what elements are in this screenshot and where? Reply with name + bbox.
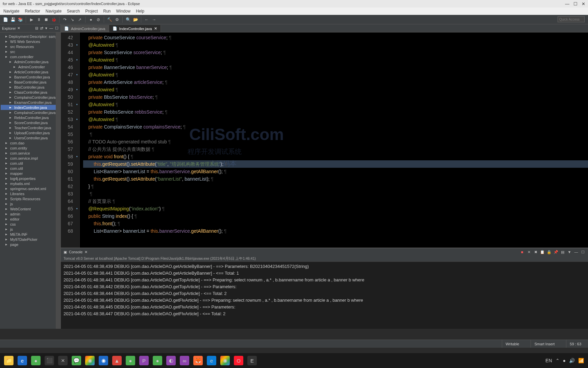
- taskbar-vs[interactable]: ∞: [180, 356, 189, 365]
- tree-item[interactable]: ▸mybatis.xml: [1, 181, 60, 186]
- tree-item[interactable]: ▸META-INF: [1, 232, 60, 237]
- code-line[interactable]: @Autowired ¶: [83, 116, 588, 123]
- line-gutter[interactable]: 4243444546474849505152535455565758596061…: [61, 32, 75, 248]
- taskbar-app-red1[interactable]: ▲: [112, 356, 122, 365]
- tree-item[interactable]: ▸js: [1, 227, 60, 232]
- code-line[interactable]: private CourseService courseService; ¶: [83, 34, 588, 41]
- stop-icon[interactable]: ⏹: [44, 17, 49, 22]
- explorer-tree[interactable]: ▸Deployment Descriptor: ssm_pxjgjwgl▸WS …: [0, 32, 60, 329]
- line-number[interactable]: 65: [61, 205, 73, 212]
- code-line[interactable]: @Autowired ¶: [83, 41, 588, 49]
- code-content[interactable]: private CourseService courseService; ¶ @…: [80, 32, 588, 248]
- code-line[interactable]: @Autowired ¶: [83, 56, 588, 64]
- line-number[interactable]: 66: [61, 212, 73, 220]
- remove-all-icon[interactable]: ✖: [533, 250, 538, 254]
- tree-item[interactable]: ▸UsersController.java: [1, 135, 60, 140]
- tree-item[interactable]: ▸My97DatePicker: [1, 237, 60, 242]
- display-selected-icon[interactable]: ▤: [560, 250, 565, 254]
- tree-item[interactable]: ▸mapper: [1, 171, 60, 176]
- taskbar-wechat[interactable]: 💬: [72, 356, 81, 365]
- tree-item[interactable]: ▸springmvc-servlet.xml: [1, 186, 60, 191]
- step-out-icon[interactable]: ↗: [77, 17, 82, 22]
- taskbar-file-explorer[interactable]: 📁: [4, 356, 14, 365]
- code-line[interactable]: private ArticleService articleService; ¶: [83, 78, 588, 86]
- code-line[interactable]: ¶: [83, 131, 588, 138]
- menu-search[interactable]: Search: [67, 9, 80, 14]
- tree-item[interactable]: ▸src Resources: [1, 44, 60, 49]
- line-number[interactable]: 57: [61, 145, 73, 153]
- menu-refactor[interactable]: Refactor: [25, 9, 40, 14]
- code-line[interactable]: @RequestMapping("index.action") ¶: [83, 205, 588, 212]
- line-number[interactable]: 61: [61, 175, 73, 183]
- code-line[interactable]: private BbsService bbsService; ¶: [83, 93, 588, 101]
- tree-item[interactable]: ▸UploadController.java: [1, 130, 60, 135]
- line-number[interactable]: 59: [61, 160, 73, 168]
- line-number[interactable]: 47: [61, 71, 73, 78]
- line-number[interactable]: 55: [61, 131, 73, 138]
- code-line[interactable]: this.front(); ¶: [83, 220, 588, 227]
- taskbar-chrome2[interactable]: ◉: [220, 356, 230, 365]
- skip-breakpoints-icon[interactable]: ⊘: [96, 17, 101, 22]
- tree-item[interactable]: ▸BannerController.java: [1, 74, 60, 79]
- save-all-icon[interactable]: 📚: [18, 17, 23, 22]
- code-line[interactable]: @Autowired ¶: [83, 71, 588, 78]
- tree-item[interactable]: ▸AdminController.java: [1, 59, 60, 64]
- minimize-button[interactable]: —: [565, 1, 569, 6]
- tree-item[interactable]: ▸page: [1, 242, 60, 247]
- taskbar-app-green[interactable]: ●: [31, 356, 41, 365]
- terminate-icon[interactable]: ■: [520, 250, 524, 254]
- menu-window[interactable]: Window: [116, 9, 131, 14]
- toggle-breakpoint-icon[interactable]: ●: [88, 17, 94, 22]
- menu-navigate2[interactable]: Navigate: [46, 9, 62, 14]
- explorer-tab-label[interactable]: Explorer: [2, 26, 16, 30]
- tree-item[interactable]: ▸com.util: [1, 161, 60, 166]
- taskbar-browser2[interactable]: ◉: [99, 356, 108, 365]
- tray-notification-icon[interactable]: ●: [563, 358, 566, 363]
- code-line[interactable]: List<Banner> bannerList = this.bannerSer…: [83, 227, 588, 235]
- line-number[interactable]: 46: [61, 64, 73, 71]
- tree-item[interactable]: ▸ClassController.java: [1, 90, 60, 95]
- code-line[interactable]: } ¶: [83, 183, 588, 190]
- code-line[interactable]: @Autowired ¶: [83, 86, 588, 93]
- taskbar-edge[interactable]: e: [207, 356, 216, 365]
- pin-console-icon[interactable]: 📌: [554, 250, 558, 254]
- code-line[interactable]: // 首页显示 ¶: [83, 198, 588, 205]
- code-line[interactable]: private RebbsService rebbsService; ¶: [83, 108, 588, 116]
- menu-project[interactable]: Project: [85, 9, 98, 14]
- open-console-icon[interactable]: ▼: [567, 250, 572, 254]
- tree-item[interactable]: ▸BaseController.java: [1, 79, 60, 85]
- code-line[interactable]: @Autowired ¶: [83, 101, 588, 108]
- code-line[interactable]: private BannerService bannerService; ¶: [83, 64, 588, 71]
- quick-access-input[interactable]: [558, 16, 585, 22]
- taskbar-app-purple[interactable]: P: [139, 356, 149, 365]
- tree-item[interactable]: ▸IndexController.java: [1, 105, 60, 110]
- taskbar-eclipse[interactable]: ◐: [166, 356, 176, 365]
- tree-item[interactable]: ▸admin: [1, 211, 60, 216]
- console-output[interactable]: 2021-04-05 01:48:38,439 DEBUG [com.dao.A…: [61, 262, 588, 329]
- tray-network-icon[interactable]: 📶: [578, 358, 584, 363]
- tree-item[interactable]: ▸editor: [1, 216, 60, 222]
- line-number[interactable]: 48: [61, 78, 73, 86]
- line-number[interactable]: 67: [61, 220, 73, 227]
- code-editor[interactable]: 4243444546474849505152535455565758596061…: [61, 32, 588, 248]
- taskbar-opera[interactable]: O: [234, 356, 243, 365]
- code-line[interactable]: this.getRequest().setAttribute("title", …: [83, 160, 588, 168]
- tree-item[interactable]: ▸ArticleController.java: [1, 69, 60, 74]
- taskbar-app-e[interactable]: E: [247, 356, 257, 365]
- line-number[interactable]: 56: [61, 138, 73, 145]
- code-line[interactable]: public String index() { ¶: [83, 212, 588, 220]
- line-number[interactable]: 60: [61, 168, 73, 175]
- tray-sound-icon[interactable]: 🔊: [569, 358, 575, 363]
- maximize-view-icon[interactable]: ☐: [55, 26, 58, 30]
- tree-item[interactable]: ▸ScoreController.java: [1, 120, 60, 125]
- tab-index-controller[interactable]: 📄 IndexController.java ✕: [109, 25, 161, 32]
- line-number[interactable]: 53: [61, 116, 73, 123]
- tree-item[interactable]: ▸Scripts Resources: [1, 196, 60, 201]
- tree-item[interactable]: ▸com.controller: [1, 54, 60, 59]
- close-tab-icon[interactable]: ✕: [154, 26, 157, 31]
- line-number[interactable]: 58: [61, 153, 73, 160]
- debug-icon[interactable]: 🐞: [51, 17, 56, 22]
- forward-icon[interactable]: →: [151, 17, 157, 22]
- taskbar-chrome[interactable]: ◉: [85, 356, 95, 365]
- taskbar-app-dark1[interactable]: ⬛: [45, 356, 54, 365]
